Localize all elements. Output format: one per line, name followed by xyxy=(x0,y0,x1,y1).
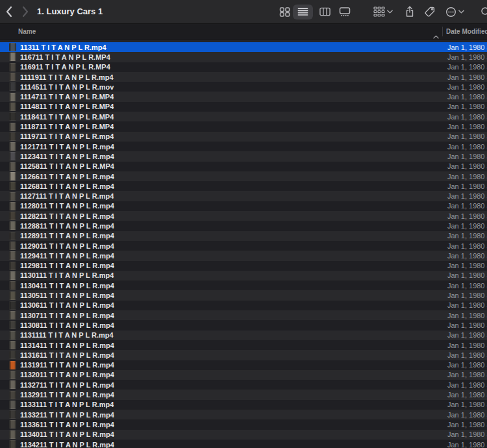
file-row[interactable]: 1132911 T I T A N P L R.mp4 Jan 1, 1980 … xyxy=(0,390,487,399)
file-name: 1130411 T I T A N P L R.mp4 xyxy=(20,282,114,290)
file-date-modified: Jan 1, 1980 at xyxy=(447,212,487,220)
file-row[interactable]: 1131411 T I T A N P L R.mp4 Jan 1, 1980 … xyxy=(0,340,487,350)
file-row[interactable]: 1111911 T I T A N P L R.mp4 Jan 1, 1980 … xyxy=(0,72,487,82)
file-date-modified: Jan 1, 1980 at xyxy=(447,421,487,429)
file-date-modified: Jan 1, 1980 at xyxy=(447,381,487,389)
file-name: 1128811 T I T A N P L R.mp4 xyxy=(20,222,114,230)
chevron-left-icon xyxy=(5,6,13,18)
file-row[interactable]: 1131611 T I T A N P L R.mp4 Jan 1, 1980 … xyxy=(0,350,487,360)
file-row[interactable]: 116711 T I T A N P L R.MP4 Jan 1, 1980 a… xyxy=(0,52,487,62)
file-row[interactable]: 1130111 T I T A N P L R.mp4 Jan 1, 1980 … xyxy=(0,271,487,280)
file-row[interactable]: 1129011 T I T A N P L R.mp4 Jan 1, 1980 … xyxy=(0,241,487,251)
file-name: 1114811 T I T A N P L R.MP4 xyxy=(20,103,114,110)
column-header-date-modified[interactable]: Date Modified xyxy=(446,24,487,39)
file-row[interactable]: 1133211 T I T A N P L R.mp4 Jan 1, 1980 … xyxy=(0,410,487,419)
icon-view-button[interactable] xyxy=(275,0,293,23)
file-row[interactable]: 1127111 T I T A N P L R.mp4 Jan 1, 1980 … xyxy=(0,191,487,201)
column-divider[interactable] xyxy=(442,27,443,36)
file-row[interactable]: 1131111 T I T A N P L R.mp4 Jan 1, 1980 … xyxy=(0,330,487,340)
file-row[interactable]: 1128211 T I T A N P L R.mp4 Jan 1, 1980 … xyxy=(0,211,487,221)
file-row[interactable]: 1130411 T I T A N P L R.mp4 Jan 1, 1980 … xyxy=(0,280,487,290)
file-name: 1118411 T I T A N P L R.MP4 xyxy=(20,113,114,121)
video-thumbnail-icon xyxy=(9,63,16,71)
file-date-modified: Jan 1, 1980 at xyxy=(447,401,487,408)
file-row[interactable]: 1130611 T I T A N P L R.mp4 Jan 1, 1980 … xyxy=(0,301,487,310)
file-row[interactable]: 1126811 T I T A N P L R.mp4 Jan 1, 1980 … xyxy=(0,181,487,191)
file-row[interactable]: 1121711 T I T A N P L R.mp4 Jan 1, 1980 … xyxy=(0,142,487,151)
file-date-modified: Jan 1, 1980 at xyxy=(447,202,487,210)
file-row[interactable]: 1126611 T I T A N P L R.mp4 Jan 1, 1980 … xyxy=(0,171,487,181)
file-date-modified: Jan 1, 1980 at xyxy=(447,321,487,329)
file-date-modified: Jan 1, 1980 at xyxy=(447,153,487,160)
toolbar: 1. Luxury Cars 1 xyxy=(0,0,487,24)
gallery-icon xyxy=(339,7,351,17)
file-name: 1121711 T I T A N P L R.mp4 xyxy=(20,143,114,151)
file-row[interactable]: 116911 T I T A N P L R.MP4 Jan 1, 1980 a… xyxy=(0,62,487,72)
file-date-modified: Jan 1, 1980 at xyxy=(447,351,487,359)
share-button[interactable] xyxy=(401,0,418,23)
file-name: 116911 T I T A N P L R.MP4 xyxy=(20,63,110,71)
file-row[interactable]: 1118711 T I T A N P L R.MP4 Jan 1, 1980 … xyxy=(0,121,487,131)
file-row[interactable]: 1134211 T I T A N P L R.mp4 Jan 1, 1980 … xyxy=(0,440,487,448)
share-icon xyxy=(405,6,414,18)
chevron-right-icon xyxy=(21,6,29,18)
file-row[interactable]: 11311 T I T A N P L R.mp4 Jan 1, 1980 at xyxy=(0,42,487,52)
file-row[interactable]: 1130711 T I T A N P L R.mp4 Jan 1, 1980 … xyxy=(0,310,487,320)
file-row[interactable]: 1114811 T I T A N P L R.MP4 Jan 1, 1980 … xyxy=(0,102,487,112)
grid-icon xyxy=(279,7,290,17)
file-name: 1130811 T I T A N P L R.mp4 xyxy=(20,321,114,329)
file-row[interactable]: 1123411 T I T A N P L R.mp4 Jan 1, 1980 … xyxy=(0,151,487,161)
file-row[interactable]: 1133611 T I T A N P L R.mp4 Jan 1, 1980 … xyxy=(0,419,487,429)
file-row[interactable]: 1134011 T I T A N P L R.mp4 Jan 1, 1980 … xyxy=(0,430,487,440)
file-row[interactable]: 1130811 T I T A N P L R.mp4 Jan 1, 1980 … xyxy=(0,320,487,330)
video-thumbnail-icon xyxy=(9,271,16,280)
file-row[interactable]: 1128011 T I T A N P L R.mp4 Jan 1, 1980 … xyxy=(0,201,487,211)
file-name: 1133111 T I T A N P L R.mp4 xyxy=(20,401,114,408)
file-row[interactable]: 1128911 T I T A N P L R.mp4 Jan 1, 1980 … xyxy=(0,231,487,241)
search-button[interactable] xyxy=(481,0,487,23)
back-button[interactable] xyxy=(3,0,16,23)
file-row[interactable]: 1129411 T I T A N P L R.mp4 Jan 1, 1980 … xyxy=(0,251,487,260)
file-name: 1129411 T I T A N P L R.mp4 xyxy=(20,252,114,260)
file-name: 1131411 T I T A N P L R.mp4 xyxy=(20,342,114,349)
file-row[interactable]: 1128811 T I T A N P L R.mp4 Jan 1, 1980 … xyxy=(0,221,487,230)
file-date-modified: Jan 1, 1980 at xyxy=(447,441,487,448)
video-thumbnail-icon xyxy=(9,440,16,448)
file-date-modified: Jan 1, 1980 at xyxy=(447,312,487,319)
forward-button[interactable] xyxy=(19,0,32,23)
file-name: 1127111 T I T A N P L R.mp4 xyxy=(20,192,114,200)
file-row[interactable]: 1119711 T I T A N P L R.mp4 Jan 1, 1980 … xyxy=(0,132,487,142)
group-button[interactable] xyxy=(371,0,395,23)
video-thumbnail-icon xyxy=(9,43,16,51)
file-row[interactable]: 1114511 T I T A N P L R.mov Jan 1, 1980 … xyxy=(0,82,487,92)
file-row[interactable]: 1132711 T I T A N P L R.mp4 Jan 1, 1980 … xyxy=(0,380,487,390)
file-row[interactable]: 1131911 T I T A N P L R.mp4 Jan 1, 1980 … xyxy=(0,360,487,370)
file-row[interactable]: 1125811 T I T A N P L R.MP4 Jan 1, 1980 … xyxy=(0,162,487,171)
list-icon xyxy=(297,7,308,16)
column-view-button[interactable] xyxy=(316,0,334,23)
file-date-modified: Jan 1, 1980 at xyxy=(447,222,487,230)
more-actions-button[interactable] xyxy=(442,0,467,23)
file-row[interactable]: 1130511 T I T A N P L R.mp4 Jan 1, 1980 … xyxy=(0,290,487,300)
group-icon xyxy=(373,6,385,17)
file-name: 1118711 T I T A N P L R.MP4 xyxy=(20,123,114,131)
video-thumbnail-icon xyxy=(9,221,16,230)
file-date-modified: Jan 1, 1980 at xyxy=(447,192,487,200)
file-date-modified: Jan 1, 1980 at xyxy=(447,123,487,131)
gallery-view-button[interactable] xyxy=(334,0,355,23)
video-thumbnail-icon xyxy=(9,341,16,349)
file-row[interactable]: 1132011 T I T A N P L R.mp4 Jan 1, 1980 … xyxy=(0,370,487,380)
video-thumbnail-icon xyxy=(9,281,16,290)
file-name: 1130511 T I T A N P L R.mp4 xyxy=(20,292,114,299)
tag-button[interactable] xyxy=(421,0,438,23)
file-row[interactable]: 1129811 T I T A N P L R.mp4 Jan 1, 1980 … xyxy=(0,261,487,271)
column-header-name[interactable]: Name xyxy=(18,24,36,39)
file-row[interactable]: 1133111 T I T A N P L R.mp4 Jan 1, 1980 … xyxy=(0,400,487,410)
video-thumbnail-icon xyxy=(9,292,16,300)
list-view-button[interactable] xyxy=(292,0,314,23)
file-date-modified: Jan 1, 1980 at xyxy=(447,292,487,299)
file-row[interactable]: 1114711 T I T A N P L R.MP4 Jan 1, 1980 … xyxy=(0,92,487,101)
video-thumbnail-icon xyxy=(9,212,16,220)
file-row[interactable]: 1118411 T I T A N P L R.MP4 Jan 1, 1980 … xyxy=(0,112,487,121)
file-name: 1125811 T I T A N P L R.MP4 xyxy=(20,162,114,170)
